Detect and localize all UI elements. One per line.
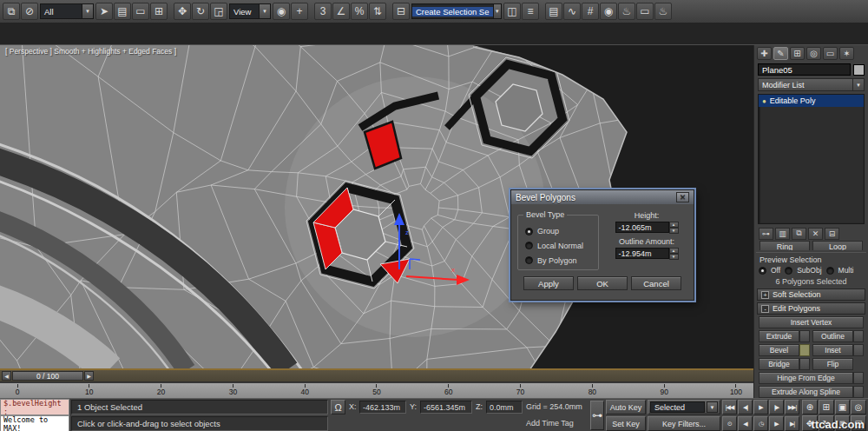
- edit-polygons-button[interactable]: Outline: [812, 330, 853, 342]
- named-selection-sets-combo[interactable]: Create Selection Se ▼: [411, 3, 502, 19]
- schematic-view-icon[interactable]: #: [582, 3, 599, 20]
- select-and-rotate-icon[interactable]: ↻: [192, 3, 209, 20]
- select-object-icon[interactable]: ➤: [95, 3, 113, 20]
- separator[interactable]: [168, 3, 173, 20]
- time-slider[interactable]: 0 / 100: [12, 371, 83, 381]
- selection-filter-dropdown[interactable]: All ▼: [40, 3, 94, 19]
- select-and-manipulate-icon[interactable]: +: [291, 3, 308, 20]
- separator[interactable]: [387, 3, 391, 20]
- bevel-type-radio[interactable]: Local Normal: [525, 242, 595, 250]
- bevel-type-radio[interactable]: Group: [525, 227, 595, 235]
- select-by-name-icon[interactable]: ▤: [114, 3, 131, 20]
- expand-collapse-icon[interactable]: +: [761, 291, 769, 299]
- height-input[interactable]: -12.065m: [615, 222, 669, 233]
- remove-modifier-icon[interactable]: ✕: [808, 228, 823, 240]
- render-frame-icon[interactable]: ▭: [636, 3, 654, 20]
- previous-frame-icon[interactable]: ◀|: [738, 400, 753, 414]
- close-icon[interactable]: ✕: [676, 192, 689, 202]
- preview-selection-radio[interactable]: Off: [759, 266, 780, 275]
- selection-lock-icon[interactable]: Ω: [331, 400, 345, 414]
- fov-icon[interactable]: ◎: [851, 400, 866, 414]
- make-unique-icon[interactable]: ⧉: [792, 228, 806, 240]
- quick-render-icon[interactable]: ♨: [654, 3, 672, 20]
- outline-amount-input[interactable]: -12.954m: [615, 248, 669, 259]
- radio-icon[interactable]: [785, 267, 792, 275]
- edit-polygons-button[interactable]: Extrude: [759, 330, 799, 342]
- separator[interactable]: [540, 3, 544, 20]
- render-setup-icon[interactable]: ♨: [618, 3, 635, 20]
- timeline-ruler[interactable]: 0 10 20 30 40 50 60 70: [0, 382, 753, 398]
- show-end-result-icon[interactable]: ▥: [775, 228, 790, 240]
- maxscript-listener-line1[interactable]: $.bevelHeight :: [0, 399, 69, 415]
- select-and-scale-icon[interactable]: ◲: [210, 3, 227, 20]
- x-coordinate-field[interactable]: -462.133m: [359, 401, 406, 414]
- separator[interactable]: [309, 3, 313, 20]
- previous-frame-arrow-icon[interactable]: ◀: [2, 371, 11, 381]
- object-name-field[interactable]: Plane05: [758, 63, 851, 76]
- configure-modifier-sets-icon[interactable]: ⊟: [825, 228, 839, 240]
- next-frame-arrow-icon[interactable]: ▶: [84, 371, 94, 381]
- material-editor-icon[interactable]: ◉: [600, 3, 617, 20]
- edit-polygons-button[interactable]: Bevel: [759, 344, 799, 356]
- y-coordinate-field[interactable]: -6561.345m: [420, 401, 472, 414]
- spinner-snap-icon[interactable]: ⇅: [369, 3, 386, 20]
- dialog-title-bar[interactable]: Bevel Polygons ✕: [511, 190, 694, 204]
- end-key-icon[interactable]: ▶|: [785, 416, 799, 431]
- auto-key-button[interactable]: Auto Key: [606, 400, 646, 414]
- mirror-icon[interactable]: ◫: [503, 3, 521, 20]
- reference-coordinate-dropdown[interactable]: View ▼: [229, 3, 271, 19]
- align-icon[interactable]: ≡: [522, 3, 539, 20]
- soft-selection-rollout[interactable]: + Soft Selection: [757, 288, 865, 301]
- key-filters-button[interactable]: Key Filters...: [648, 416, 720, 431]
- maxscript-listener-line2[interactable]: Welcome to MAX!: [0, 415, 69, 431]
- cancel-button[interactable]: Cancel: [631, 276, 681, 290]
- add-time-tag[interactable]: Add Time Tag: [526, 419, 574, 428]
- settings-box-icon[interactable]: [799, 358, 810, 370]
- object-color-swatch[interactable]: [853, 64, 865, 76]
- z-coordinate-field[interactable]: 0.0mm: [486, 401, 523, 414]
- percent-snap-icon[interactable]: %: [351, 3, 368, 20]
- go-to-end-icon[interactable]: ▶▶|: [785, 400, 799, 414]
- hierarchy-tab-icon[interactable]: ⊞: [790, 47, 805, 60]
- loop-button[interactable]: Loop: [812, 241, 863, 250]
- settings-box-icon[interactable]: [853, 330, 864, 342]
- ok-button[interactable]: OK: [577, 276, 628, 290]
- create-tab-icon[interactable]: ✚: [757, 47, 772, 60]
- edit-polygons-rollout[interactable]: - Edit Polygons: [757, 302, 865, 315]
- curve-editor-icon[interactable]: ∿: [563, 3, 581, 20]
- edit-named-selections-icon[interactable]: ⊟: [392, 3, 410, 20]
- spinner-up-icon[interactable]: ▲: [669, 222, 679, 228]
- settings-box-icon[interactable]: [853, 344, 864, 356]
- time-config-icon[interactable]: ◷: [753, 416, 768, 431]
- zoom-extents-icon[interactable]: ▣: [835, 400, 851, 414]
- next-key-icon[interactable]: ▶: [769, 416, 784, 431]
- spinner-down-icon[interactable]: ▼: [669, 228, 679, 234]
- utilities-tab-icon[interactable]: ✶: [839, 47, 854, 60]
- edit-polygons-button[interactable]: Extrude Along Spline: [759, 386, 853, 398]
- radio-icon[interactable]: [759, 267, 766, 275]
- settings-box-icon[interactable]: [799, 330, 810, 342]
- edit-polygons-button[interactable]: Bridge: [759, 358, 799, 370]
- modifier-stack-row[interactable]: ● Editable Poly: [759, 95, 864, 107]
- pin-stack-icon[interactable]: ⊶: [759, 228, 773, 240]
- edit-polygons-button[interactable]: Inset: [812, 344, 853, 356]
- angle-snap-icon[interactable]: ∠: [332, 3, 350, 20]
- spinner-up-icon[interactable]: ▲: [669, 248, 679, 254]
- window-crossing-icon[interactable]: ⊞: [150, 3, 168, 20]
- apply-button[interactable]: Apply: [523, 276, 574, 290]
- bulb-icon[interactable]: ●: [762, 97, 766, 105]
- insert-vertex-button[interactable]: Insert Vertex: [759, 316, 864, 328]
- viewport-label[interactable]: [ Perspective ] Smooth + Highlights + Ed…: [5, 47, 176, 56]
- previous-key-icon[interactable]: ◀: [738, 416, 753, 431]
- unlink-selection-icon[interactable]: ⊘: [21, 3, 38, 20]
- go-to-start-icon[interactable]: |◀◀: [722, 400, 737, 414]
- settings-box-icon[interactable]: [853, 372, 864, 384]
- select-and-link-icon[interactable]: ⧉: [3, 3, 20, 20]
- edit-polygons-button[interactable]: Hinge From Edge: [759, 372, 853, 384]
- radio-icon[interactable]: [525, 228, 533, 235]
- key-mode-toggle-icon[interactable]: ⊙: [722, 416, 737, 431]
- radio-icon[interactable]: [826, 267, 834, 275]
- rect-selection-region-icon[interactable]: ▭: [132, 3, 149, 20]
- ring-button[interactable]: Ring: [760, 241, 810, 250]
- expand-collapse-icon[interactable]: -: [761, 305, 769, 313]
